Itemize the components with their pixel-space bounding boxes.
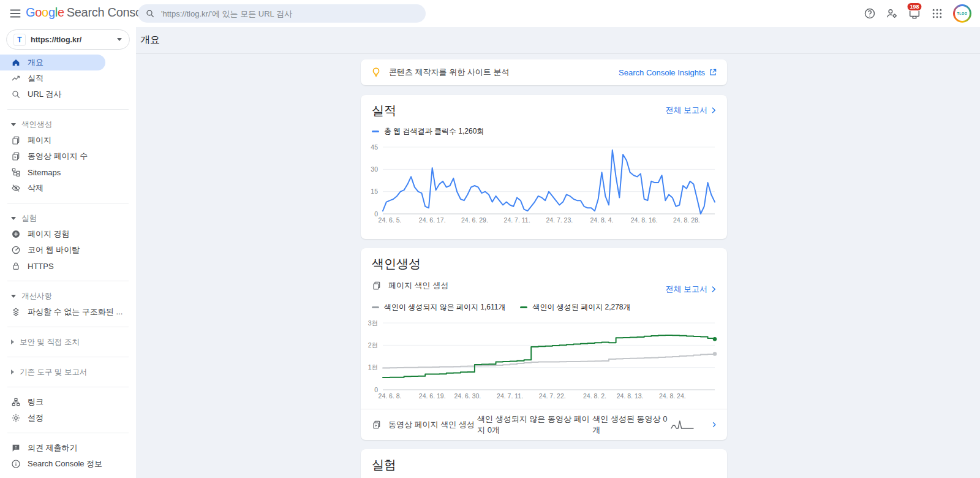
sidebar-section-label: 개선사항: [21, 291, 52, 302]
video-sparkline: [671, 420, 694, 430]
sidebar-divider: [7, 109, 129, 110]
svg-text:45: 45: [371, 143, 378, 151]
eye-off-icon: [11, 183, 21, 193]
chevron-right-icon: [11, 370, 14, 374]
sidebar-divider: [7, 387, 129, 387]
sidebar-item-overview[interactable]: 개요: [0, 55, 105, 70]
gauge-icon: [11, 245, 21, 255]
sidebar-section-experience[interactable]: 실험: [0, 210, 136, 226]
video-indexing-row[interactable]: 동영상 페이지 색인 생성 색인 생성되지 않은 동영상 페이지 0개 색인 생…: [361, 409, 727, 440]
avatar[interactable]: TLOG: [953, 4, 971, 23]
sidebar-item-label: URL 검사: [28, 89, 61, 100]
chevron-right-icon: [709, 284, 718, 294]
svg-text:24. 8. 13.: 24. 8. 13.: [617, 392, 644, 400]
google-apps-icon[interactable]: [931, 7, 943, 20]
performance-chart: 015304524. 6. 5.24. 6. 17.24. 6. 29.24. …: [361, 140, 727, 227]
sidebar-item-label: 페이지: [28, 135, 51, 146]
external-link-icon: [709, 68, 717, 77]
sidebar-item-https[interactable]: HTTPS: [0, 258, 136, 274]
url-inspection-searchbar[interactable]: [138, 4, 426, 23]
sidebar-item-label: 의견 제출하기: [28, 442, 78, 453]
sidebar-item-settings[interactable]: 설정: [0, 410, 136, 426]
plus-circle-icon: [11, 229, 21, 239]
property-label: https://tlog.kr/: [31, 36, 117, 44]
indexing-legend: 색인이 생성되지 않은 페이지 1,611개 색인이 생성된 페이지 2,278…: [372, 302, 631, 313]
menu-icon[interactable]: [9, 7, 22, 20]
search-icon: [145, 9, 155, 18]
indexing-card-title: 색인생성: [372, 256, 421, 272]
sidebar-section-indexing[interactable]: 색인생성: [0, 116, 136, 132]
property-favicon: T: [14, 34, 25, 45]
sidebar-item-label: 코어 웹 바이탈: [28, 245, 80, 256]
video-pages-icon: [11, 151, 21, 161]
sidebar-item-removals[interactable]: 삭제: [0, 180, 136, 196]
chevron-right-icon[interactable]: [710, 420, 718, 430]
svg-text:1천: 1천: [368, 363, 378, 371]
sidebar-section-enhancements[interactable]: 개선사항: [0, 288, 136, 304]
sidebar-item-links[interactable]: 링크: [0, 394, 136, 410]
gear-icon: [11, 413, 21, 423]
sidebar-item-feedback[interactable]: 의견 제출하기: [0, 440, 136, 456]
svg-text:15: 15: [371, 188, 378, 195]
svg-text:24. 8. 4.: 24. 8. 4.: [590, 216, 614, 224]
announcements-icon[interactable]: 198: [908, 7, 921, 20]
svg-text:24. 8. 16.: 24. 8. 16.: [631, 216, 658, 224]
layers-icon: [11, 307, 21, 317]
avatar-label: TLOG: [955, 6, 970, 21]
info-icon: [11, 459, 21, 469]
sidebar-item-core-web-vitals[interactable]: 코어 웹 바이탈: [0, 242, 136, 258]
sidebar-item-about[interactable]: Search Console 정보: [0, 456, 136, 472]
page-indexing-subtitle: 페이지 색인 생성: [388, 280, 448, 291]
sidebar-item-label: 동영상 페이지 수: [28, 151, 88, 162]
insights-link-label: Search Console Insights: [619, 68, 705, 77]
indexing-report-link[interactable]: 전체 보고서: [665, 284, 718, 295]
svg-text:0: 0: [374, 210, 378, 218]
legend-dash-not-indexed: [372, 306, 379, 308]
sidebar-item-url-inspection[interactable]: URL 검사: [0, 86, 136, 102]
legend-dash-clicks: [372, 131, 379, 132]
notification-badge: 198: [907, 2, 922, 11]
sidebar-section-security[interactable]: 보안 및 직접 조치: [0, 334, 136, 350]
svg-text:24. 6. 8.: 24. 6. 8.: [379, 392, 402, 400]
sidebar-item-label: 파싱할 수 없는 구조화된 ...: [28, 306, 123, 317]
svg-text:2천: 2천: [368, 341, 378, 349]
svg-text:24. 6. 30.: 24. 6. 30.: [454, 392, 481, 400]
chevron-down-icon: [11, 295, 16, 298]
sidebar-divider: [7, 327, 129, 327]
search-input[interactable]: [161, 9, 418, 18]
sitemap-icon: [11, 167, 21, 177]
sidebar-item-label: 삭제: [28, 183, 43, 194]
user-settings-icon[interactable]: [886, 7, 898, 20]
top-app-bar: GoogleSearch Console 198 TLOG: [0, 0, 980, 27]
indexing-card: 색인생성 페이지 색인 생성 전체 보고서 색인이 생성되지 않은 페이지 1,…: [361, 248, 727, 440]
legend-label-indexed: 색인이 생성된 페이지 2,278개: [532, 302, 630, 313]
sidebar-section-legacy-tools[interactable]: 기존 도구 및 보고서: [0, 364, 136, 380]
sidebar-item-label: HTTPS: [28, 262, 54, 271]
chevron-down-icon: [117, 38, 122, 41]
svg-text:24. 8. 24.: 24. 8. 24.: [659, 392, 686, 400]
performance-report-link[interactable]: 전체 보고서: [665, 105, 718, 116]
sidebar-item-performance[interactable]: 실적: [0, 70, 136, 86]
svg-text:24. 6. 5.: 24. 6. 5.: [379, 216, 402, 224]
lock-icon: [11, 261, 21, 271]
sidebar-item-video-pages[interactable]: 동영상 페이지 수: [0, 148, 136, 164]
sidebar-item-page-experience[interactable]: 페이지 경험: [0, 226, 136, 242]
insights-link[interactable]: Search Console Insights: [619, 68, 717, 77]
sidebar-item-label: Sitemaps: [28, 168, 61, 177]
main-area: 개요 콘텐츠 제작자를 위한 사이트 분석 Search Console Ins…: [136, 27, 980, 478]
sidebar-item-label: 설정: [28, 412, 43, 423]
svg-text:24. 6. 29.: 24. 6. 29.: [461, 216, 488, 224]
svg-text:24. 7. 23.: 24. 7. 23.: [546, 216, 573, 224]
sidebar-item-unparsable-structured-data[interactable]: 파싱할 수 없는 구조화된 ...: [0, 304, 136, 320]
sidebar-item-pages[interactable]: 페이지: [0, 132, 136, 148]
links-icon: [11, 397, 21, 407]
svg-text:24. 7. 11.: 24. 7. 11.: [497, 392, 523, 400]
video-indexing-label: 동영상 페이지 색인 생성: [388, 419, 477, 430]
sidebar-item-label: 페이지 경험: [28, 229, 70, 240]
chevron-right-icon: [709, 105, 718, 115]
insights-banner: 콘텐츠 제작자를 위한 사이트 분석 Search Console Insigh…: [361, 59, 727, 85]
performance-card: 실적 전체 보고서 총 웹 검색결과 클릭수 1,260회 015304524.…: [361, 95, 727, 239]
property-selector[interactable]: T https://tlog.kr/: [6, 29, 130, 50]
sidebar-item-sitemaps[interactable]: Sitemaps: [0, 164, 136, 180]
help-icon[interactable]: [864, 7, 876, 20]
